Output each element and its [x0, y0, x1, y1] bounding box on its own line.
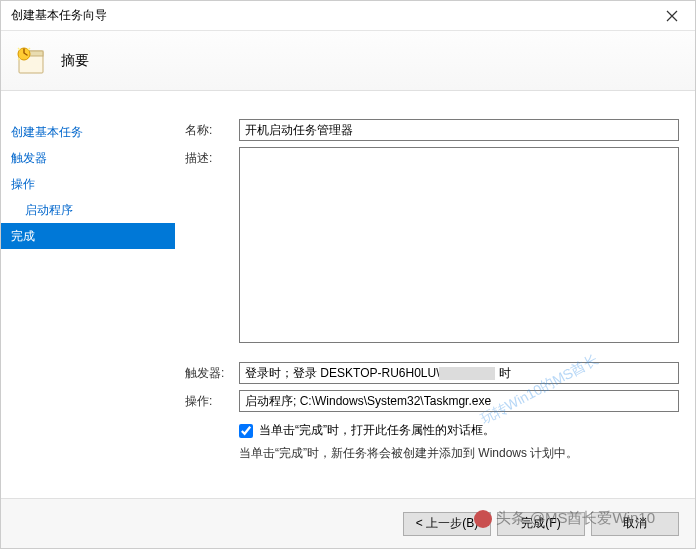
action-value: 启动程序; C:\Windows\System32\Taskmgr.exe — [239, 390, 679, 412]
action-label: 操作: — [185, 390, 239, 410]
description-label: 描述: — [185, 147, 239, 167]
sidebar-item-start-program[interactable]: 启动程序 — [1, 197, 175, 223]
back-button[interactable]: < 上一步(B) — [403, 512, 491, 536]
open-properties-checkbox[interactable] — [239, 424, 253, 438]
close-icon — [666, 10, 678, 22]
name-input[interactable] — [239, 119, 679, 141]
wizard-content: 名称: 描述: 触发器: 登录时；登录 DESKTOP-RU6H0LU\ 时 操… — [175, 91, 695, 498]
sidebar-item-create-basic-task[interactable]: 创建基本任务 — [1, 119, 175, 145]
name-label: 名称: — [185, 119, 239, 139]
finish-note: 当单击“完成”时，新任务将会被创建并添加到 Windows 计划中。 — [239, 445, 679, 462]
sidebar-item-action[interactable]: 操作 — [1, 171, 175, 197]
sidebar-item-trigger[interactable]: 触发器 — [1, 145, 175, 171]
finish-button[interactable]: 完成(F) — [497, 512, 585, 536]
trigger-label: 触发器: — [185, 362, 239, 382]
window-title: 创建基本任务向导 — [11, 7, 107, 24]
sidebar-item-finish[interactable]: 完成 — [1, 223, 175, 249]
wizard-icon — [15, 45, 47, 77]
wizard-header: 摘要 — [1, 31, 695, 91]
close-button[interactable] — [649, 1, 695, 31]
redacted-username — [439, 367, 495, 380]
wizard-footer: < 上一步(B) 完成(F) 取消 — [1, 498, 695, 548]
wizard-sidebar: 创建基本任务 触发器 操作 启动程序 完成 — [1, 91, 175, 498]
open-properties-label: 当单击“完成”时，打开此任务属性的对话框。 — [259, 422, 495, 439]
description-textarea[interactable] — [239, 147, 679, 343]
cancel-button[interactable]: 取消 — [591, 512, 679, 536]
page-title: 摘要 — [61, 52, 89, 70]
trigger-value: 登录时；登录 DESKTOP-RU6H0LU\ 时 — [239, 362, 679, 384]
